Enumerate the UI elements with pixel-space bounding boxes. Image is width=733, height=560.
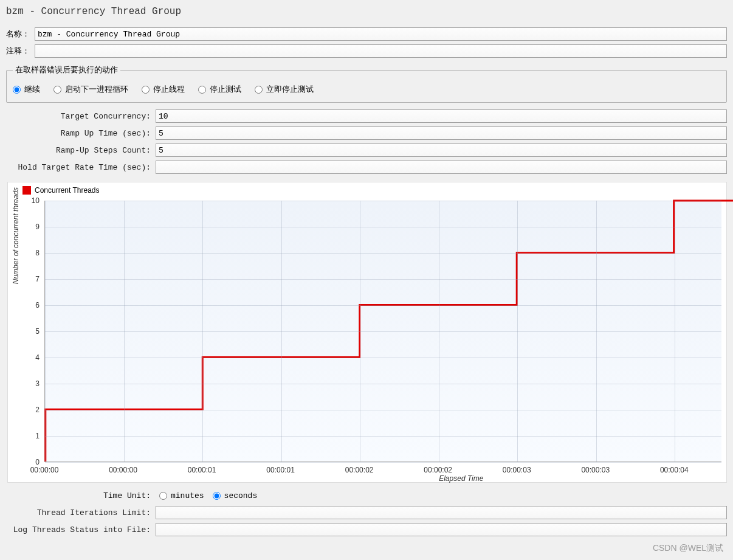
ramp-up-steps-input[interactable] — [156, 143, 727, 157]
error-action-group: 在取样器错误后要执行的动作 继续 启动下一进程循环 停止线程 停止测试 立即停止… — [6, 64, 727, 103]
x-tick: 00:00:03 — [503, 466, 531, 474]
radio-next-loop-label: 启动下一进程循环 — [65, 84, 128, 95]
radio-minutes[interactable]: minutes — [159, 491, 204, 500]
hold-target-input[interactable] — [156, 161, 727, 174]
x-axis-label: Elapsed Time — [439, 474, 483, 483]
x-tick: 00:00:00 — [30, 466, 59, 474]
x-tick: 00:00:01 — [266, 466, 295, 474]
name-label: 名称： — [6, 29, 30, 40]
concurrency-chart: Concurrent Threads Number of concurrent … — [7, 182, 727, 483]
target-concurrency-label: Target Concurrency: — [6, 112, 151, 121]
x-tick: 00:00:02 — [424, 466, 452, 474]
thread-iterations-label: Thread Iterations Limit: — [6, 508, 151, 517]
ramp-up-time-label: Ramp Up Time (sec): — [6, 129, 151, 138]
x-tick: 00:00:02 — [345, 466, 374, 474]
ramp-up-time-input[interactable] — [156, 126, 727, 140]
x-tick: 00:00:01 — [188, 466, 216, 474]
radio-continue-input[interactable] — [13, 86, 21, 94]
comment-input[interactable] — [35, 44, 727, 58]
y-tick: 10 — [27, 196, 40, 205]
error-action-legend: 在取样器错误后要执行的动作 — [13, 64, 120, 75]
radio-next-loop-input[interactable] — [53, 86, 61, 94]
y-tick: 9 — [27, 223, 40, 231]
thread-iterations-input[interactable] — [156, 506, 727, 519]
radio-stop-test-label: 停止测试 — [210, 84, 241, 95]
target-concurrency-input[interactable] — [156, 109, 727, 123]
radio-stop-test-input[interactable] — [198, 86, 206, 94]
y-tick: 8 — [27, 249, 40, 257]
radio-next-loop[interactable]: 启动下一进程循环 — [53, 84, 128, 95]
radio-stop-thread-input[interactable] — [142, 86, 150, 94]
hold-target-label: Hold Target Rate Time (sec): — [6, 163, 151, 172]
x-tick: 00:00:03 — [581, 466, 610, 474]
radio-stop-test-now[interactable]: 立即停止测试 — [255, 84, 314, 95]
x-tick: 00:00:04 — [660, 466, 689, 474]
radio-seconds-label: seconds — [224, 491, 258, 500]
radio-continue[interactable]: 继续 — [13, 84, 40, 95]
y-tick: 7 — [27, 275, 40, 283]
chart-legend: Concurrent Threads — [22, 186, 100, 195]
radio-stop-test[interactable]: 停止测试 — [198, 84, 241, 95]
plot-area — [44, 201, 721, 462]
radio-seconds[interactable]: seconds — [213, 491, 258, 500]
panel-title: bzm - Concurrency Thread Group — [0, 0, 733, 26]
radio-stop-test-now-label: 立即停止测试 — [266, 84, 314, 95]
time-unit-label: Time Unit: — [6, 491, 151, 500]
legend-swatch-icon — [22, 186, 31, 195]
y-tick: 6 — [27, 301, 40, 309]
radio-stop-thread[interactable]: 停止线程 — [142, 84, 185, 95]
x-tick: 00:00:00 — [109, 466, 137, 474]
name-input[interactable] — [35, 27, 727, 41]
radio-seconds-input[interactable] — [213, 492, 221, 500]
y-tick: 2 — [27, 406, 40, 414]
radio-stop-thread-label: 停止线程 — [153, 84, 185, 95]
radio-continue-label: 继续 — [24, 84, 40, 95]
legend-text: Concurrent Threads — [35, 186, 100, 195]
y-tick: 0 — [27, 458, 40, 466]
radio-minutes-input[interactable] — [159, 492, 167, 500]
radio-stop-test-now-input[interactable] — [255, 86, 263, 94]
watermark: CSDN @WEL测试 — [653, 543, 723, 554]
y-tick: 1 — [27, 432, 40, 440]
radio-minutes-label: minutes — [171, 491, 204, 500]
log-file-input[interactable] — [156, 523, 727, 536]
y-axis-label: Number of concurrent threads — [12, 187, 20, 283]
ramp-up-steps-label: Ramp-Up Steps Count: — [6, 146, 151, 155]
y-tick: 3 — [27, 379, 40, 388]
y-tick: 4 — [27, 353, 40, 362]
y-tick: 5 — [27, 327, 40, 336]
log-file-label: Log Threads Status into File: — [6, 525, 151, 534]
comment-label: 注释： — [6, 46, 30, 57]
